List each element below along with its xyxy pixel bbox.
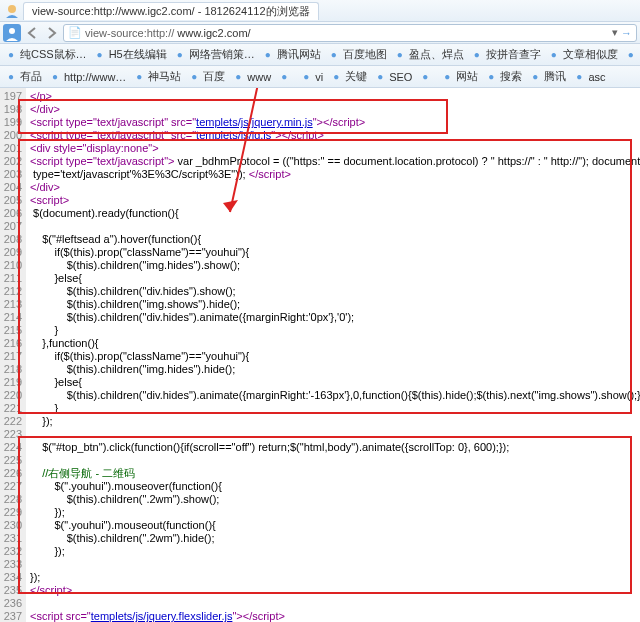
generic-icon: ●: [440, 70, 454, 84]
source-line[interactable]: $("#top_btn").click(function(){if(scroll…: [30, 441, 640, 454]
chart-icon: ●: [173, 48, 187, 62]
go-icon[interactable]: →: [621, 27, 632, 39]
bookmark-item[interactable]: ●: [277, 70, 293, 84]
bookmark-item[interactable]: ●纯CSS鼠标…: [4, 47, 87, 62]
bookmark-label: 百度地图: [343, 47, 387, 62]
baidu-icon: ●: [327, 48, 341, 62]
bookmark-label: 文章相似度: [563, 47, 618, 62]
source-line[interactable]: $(this).children(".2wm").show();: [30, 493, 640, 506]
back-icon[interactable]: [23, 24, 41, 42]
source-line[interactable]: $(document).ready(function(){: [30, 207, 640, 220]
bookmark-item[interactable]: ●www: [231, 70, 271, 84]
source-line[interactable]: $("#leftsead a").hover(function(){: [30, 233, 640, 246]
bookmark-item[interactable]: ●: [418, 70, 434, 84]
source-line[interactable]: <script type="text/javascript" src="temp…: [30, 116, 640, 129]
guan-icon: ●: [329, 70, 343, 84]
bookmark-label: http://www…: [64, 71, 126, 83]
source-line[interactable]: [30, 220, 640, 233]
source-line[interactable]: $(this).children("img.hides").show();: [30, 259, 640, 272]
bookmark-item[interactable]: ●百度地图: [327, 47, 387, 62]
code-icon: ●: [93, 48, 107, 62]
bookmark-label: H5在线编辑: [109, 47, 167, 62]
bookmark-item[interactable]: ●网站: [440, 69, 478, 84]
source-line[interactable]: $(this).children("div.hides").show();: [30, 285, 640, 298]
bookmarks-bar-1: ●纯CSS鼠标…●H5在线编辑●网络营销策…●腾讯网站●百度地图●盈点、焊点●按…: [0, 44, 640, 66]
bookmark-label: 按拼音查字: [486, 47, 541, 62]
source-line[interactable]: $(this).children(".2wm").hide();: [30, 532, 640, 545]
bookmark-item[interactable]: ●关键: [329, 69, 367, 84]
forward-icon[interactable]: [43, 24, 61, 42]
source-line[interactable]: [30, 597, 640, 610]
avatar-icon[interactable]: [3, 24, 21, 42]
bookmark-item[interactable]: ●新闻一键在: [624, 47, 640, 62]
bookmark-item[interactable]: ●文章相似度: [547, 47, 618, 62]
source-line[interactable]: });: [30, 545, 640, 558]
source-line[interactable]: });: [30, 415, 640, 428]
source-line[interactable]: [30, 428, 640, 441]
source-line[interactable]: <div style="display:none">: [30, 142, 640, 155]
source-line[interactable]: type='text/javascript'%3E%3C/script%3E")…: [30, 168, 640, 181]
bookmarks-bar-2: ●有品●http://www…●神马站●百度●www●●vi●关键●SEO●●网…: [0, 66, 640, 88]
source-line[interactable]: }else{: [30, 376, 640, 389]
source-line[interactable]: <script src="templets/js/jquery.flexslid…: [30, 610, 640, 622]
source-line[interactable]: }: [30, 402, 640, 415]
generic-icon: ●: [572, 70, 586, 84]
address-bar[interactable]: 📄 view-source:http:// ▾ →: [63, 24, 637, 42]
source-code-view[interactable]: 1971981992002012022032042052062072082092…: [0, 88, 640, 622]
source-line[interactable]: [30, 454, 640, 467]
source-line[interactable]: <script type="text/javascript"> var _bdh…: [30, 155, 640, 168]
bookmark-item[interactable]: ●按拼音查字: [470, 47, 541, 62]
source-line[interactable]: //右侧导航 - 二维码: [30, 467, 640, 480]
bookmark-label: 有品: [20, 69, 42, 84]
source-line[interactable]: $(".youhui").mouseout(function(){: [30, 519, 640, 532]
bookmark-label: 纯CSS鼠标…: [20, 47, 87, 62]
source-line[interactable]: $(this).children("div.hides").animate({m…: [30, 311, 640, 324]
baidu-icon: ●: [187, 70, 201, 84]
source-line[interactable]: }: [30, 324, 640, 337]
bookmark-item[interactable]: ●H5在线编辑: [93, 47, 167, 62]
bookmark-label: 神马站: [148, 69, 181, 84]
bookmark-item[interactable]: ●盈点、焊点: [393, 47, 464, 62]
source-line[interactable]: </div>: [30, 103, 640, 116]
bookmark-label: 百度: [203, 69, 225, 84]
bookmark-item[interactable]: ●http://www…: [48, 70, 126, 84]
bookmark-item[interactable]: ●SEO: [373, 70, 412, 84]
dropdown-icon[interactable]: ▾: [612, 26, 618, 39]
bookmark-item[interactable]: ●有品: [4, 69, 42, 84]
source-code-content[interactable]: </p></div><script type="text/javascript"…: [26, 88, 640, 622]
source-line[interactable]: <script>: [30, 194, 640, 207]
seo-icon: ●: [373, 70, 387, 84]
source-line[interactable]: });: [30, 506, 640, 519]
source-line[interactable]: </p>: [30, 90, 640, 103]
bookmark-item[interactable]: ●搜索: [484, 69, 522, 84]
source-line[interactable]: $(this).children("div.hides").animate({m…: [30, 389, 640, 402]
source-line[interactable]: $(this).children("img.shows").hide();: [30, 298, 640, 311]
bookmark-item[interactable]: ●神马站: [132, 69, 181, 84]
bookmark-item[interactable]: ●百度: [187, 69, 225, 84]
bookmark-label: 盈点、焊点: [409, 47, 464, 62]
source-line[interactable]: <script type="text/javascript" src="temp…: [30, 129, 640, 142]
source-line[interactable]: [30, 558, 640, 571]
bookmark-item[interactable]: ●asc: [572, 70, 605, 84]
source-line[interactable]: if($(this).prop("className")=="youhui"){: [30, 350, 640, 363]
bookmark-item[interactable]: ●网络营销策…: [173, 47, 255, 62]
bookmark-item[interactable]: ●腾讯网站: [261, 47, 321, 62]
globe-icon: ●: [4, 48, 18, 62]
source-line[interactable]: }else{: [30, 272, 640, 285]
search-icon: ●: [484, 70, 498, 84]
url-input[interactable]: [177, 27, 609, 39]
bookmark-item[interactable]: ●vi: [299, 70, 323, 84]
svg-point-2: [9, 28, 15, 34]
bookmark-item[interactable]: ●腾讯: [528, 69, 566, 84]
source-line[interactable]: if($(this).prop("className")=="youhui"){: [30, 246, 640, 259]
source-line[interactable]: },function(){: [30, 337, 640, 350]
ie-icon: ●: [48, 70, 62, 84]
pinyin-icon: ●: [470, 48, 484, 62]
line-number-gutter: 1971981992002012022032042052062072082092…: [0, 88, 26, 622]
source-line[interactable]: </div>: [30, 181, 640, 194]
source-line[interactable]: });: [30, 571, 640, 584]
source-line[interactable]: $(".youhui").mouseover(function(){: [30, 480, 640, 493]
source-line[interactable]: </script>: [30, 584, 640, 597]
address-bar-row: 📄 view-source:http:// ▾ →: [0, 22, 640, 44]
source-line[interactable]: $(this).children("img.hides").hide();: [30, 363, 640, 376]
